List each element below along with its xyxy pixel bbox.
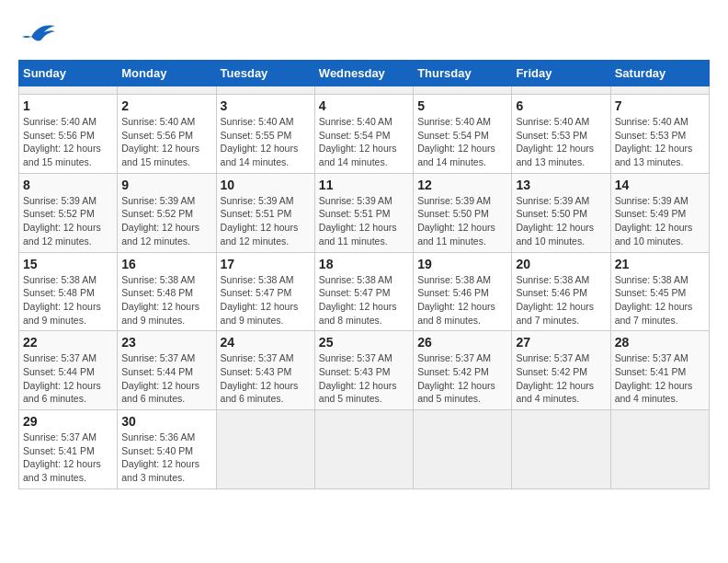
day-info: Sunrise: 5:37 AMSunset: 5:44 PMDaylight:…	[121, 351, 211, 406]
day-info: Sunrise: 5:39 AMSunset: 5:50 PMDaylight:…	[417, 194, 507, 248]
day-number: 16	[121, 257, 211, 271]
calendar-header-saturday: Saturday	[610, 61, 709, 86]
calendar-week-row: 8Sunrise: 5:39 AMSunset: 5:52 PMDaylight…	[19, 173, 710, 252]
calendar-cell: 2Sunrise: 5:40 AMSunset: 5:56 PMDaylight…	[118, 95, 216, 174]
calendar-cell: 1Sunrise: 5:40 AMSunset: 5:56 PMDaylight…	[19, 95, 118, 174]
day-info: Sunrise: 5:39 AMSunset: 5:49 PMDaylight:…	[615, 194, 705, 248]
calendar-cell	[414, 86, 512, 95]
day-info: Sunrise: 5:38 AMSunset: 5:45 PMDaylight:…	[615, 273, 705, 327]
calendar-cell	[118, 86, 216, 95]
bird-icon	[22, 18, 55, 51]
day-number: 12	[417, 178, 507, 192]
calendar-cell: 17Sunrise: 5:38 AMSunset: 5:47 PMDayligh…	[216, 252, 314, 331]
calendar-cell: 11Sunrise: 5:39 AMSunset: 5:51 PMDayligh…	[314, 173, 413, 252]
calendar-header-tuesday: Tuesday	[216, 61, 314, 86]
calendar-cell	[512, 86, 610, 95]
calendar-cell: 8Sunrise: 5:39 AMSunset: 5:52 PMDaylight…	[19, 173, 118, 252]
calendar-header-wednesday: Wednesday	[314, 61, 413, 86]
day-info: Sunrise: 5:37 AMSunset: 5:41 PMDaylight:…	[615, 351, 705, 406]
calendar-cell: 15Sunrise: 5:38 AMSunset: 5:48 PMDayligh…	[19, 252, 118, 331]
calendar-cell: 5Sunrise: 5:40 AMSunset: 5:54 PMDaylight…	[414, 95, 512, 174]
day-number: 11	[319, 178, 409, 192]
calendar-cell: 3Sunrise: 5:40 AMSunset: 5:55 PMDaylight…	[216, 95, 314, 174]
page-header	[18, 18, 710, 51]
calendar-cell: 6Sunrise: 5:40 AMSunset: 5:53 PMDaylight…	[512, 95, 610, 174]
day-number: 2	[121, 98, 211, 113]
day-number: 26	[417, 335, 507, 350]
calendar-cell: 24Sunrise: 5:37 AMSunset: 5:43 PMDayligh…	[216, 331, 314, 410]
day-number: 10	[221, 178, 311, 192]
calendar-cell: 12Sunrise: 5:39 AMSunset: 5:50 PMDayligh…	[414, 173, 512, 252]
calendar-cell: 22Sunrise: 5:37 AMSunset: 5:44 PMDayligh…	[19, 331, 118, 410]
day-info: Sunrise: 5:38 AMSunset: 5:47 PMDaylight:…	[221, 273, 311, 327]
day-info: Sunrise: 5:36 AMSunset: 5:40 PMDaylight:…	[121, 431, 211, 485]
day-info: Sunrise: 5:39 AMSunset: 5:50 PMDaylight:…	[516, 194, 606, 248]
day-number: 28	[615, 335, 705, 350]
calendar-cell: 21Sunrise: 5:38 AMSunset: 5:45 PMDayligh…	[610, 252, 709, 331]
day-info: Sunrise: 5:37 AMSunset: 5:43 PMDaylight:…	[319, 351, 409, 406]
calendar-header-sunday: Sunday	[19, 61, 118, 86]
calendar-cell: 30Sunrise: 5:36 AMSunset: 5:40 PMDayligh…	[118, 410, 216, 489]
calendar-cell: 28Sunrise: 5:37 AMSunset: 5:41 PMDayligh…	[610, 331, 709, 410]
calendar-cell: 10Sunrise: 5:39 AMSunset: 5:51 PMDayligh…	[216, 173, 314, 252]
day-info: Sunrise: 5:39 AMSunset: 5:51 PMDaylight:…	[319, 194, 409, 248]
logo	[18, 18, 55, 51]
day-number: 29	[23, 414, 113, 429]
calendar-header-monday: Monday	[118, 61, 216, 86]
day-info: Sunrise: 5:40 AMSunset: 5:56 PMDaylight:…	[23, 115, 113, 169]
calendar-cell: 25Sunrise: 5:37 AMSunset: 5:43 PMDayligh…	[314, 331, 413, 410]
calendar-cell: 16Sunrise: 5:38 AMSunset: 5:48 PMDayligh…	[118, 252, 216, 331]
calendar-cell	[512, 410, 610, 489]
calendar-cell: 23Sunrise: 5:37 AMSunset: 5:44 PMDayligh…	[118, 331, 216, 410]
day-number: 1	[23, 98, 113, 113]
day-number: 21	[615, 257, 705, 271]
day-number: 14	[615, 178, 705, 192]
calendar-header-row: SundayMondayTuesdayWednesdayThursdayFrid…	[19, 61, 710, 86]
day-info: Sunrise: 5:37 AMSunset: 5:41 PMDaylight:…	[23, 431, 113, 485]
day-info: Sunrise: 5:38 AMSunset: 5:46 PMDaylight:…	[417, 273, 507, 327]
day-number: 23	[121, 335, 211, 350]
day-number: 19	[417, 257, 507, 271]
calendar-week-row: 29Sunrise: 5:37 AMSunset: 5:41 PMDayligh…	[19, 410, 710, 489]
calendar-cell: 26Sunrise: 5:37 AMSunset: 5:42 PMDayligh…	[414, 331, 512, 410]
day-info: Sunrise: 5:40 AMSunset: 5:53 PMDaylight:…	[516, 115, 606, 169]
day-number: 8	[23, 178, 113, 192]
calendar-cell: 13Sunrise: 5:39 AMSunset: 5:50 PMDayligh…	[512, 173, 610, 252]
day-number: 5	[417, 98, 507, 113]
calendar-cell: 4Sunrise: 5:40 AMSunset: 5:54 PMDaylight…	[314, 95, 413, 174]
calendar-cell: 7Sunrise: 5:40 AMSunset: 5:53 PMDaylight…	[610, 95, 709, 174]
calendar-week-row: 22Sunrise: 5:37 AMSunset: 5:44 PMDayligh…	[19, 331, 710, 410]
day-info: Sunrise: 5:40 AMSunset: 5:56 PMDaylight:…	[121, 115, 211, 169]
calendar-week-row	[19, 86, 710, 95]
day-number: 13	[516, 178, 606, 192]
calendar-cell: 19Sunrise: 5:38 AMSunset: 5:46 PMDayligh…	[414, 252, 512, 331]
day-info: Sunrise: 5:38 AMSunset: 5:48 PMDaylight:…	[121, 273, 211, 327]
day-number: 25	[319, 335, 409, 350]
day-number: 15	[23, 257, 113, 271]
calendar-cell: 18Sunrise: 5:38 AMSunset: 5:47 PMDayligh…	[314, 252, 413, 331]
day-info: Sunrise: 5:40 AMSunset: 5:53 PMDaylight:…	[615, 115, 705, 169]
day-number: 3	[221, 98, 311, 113]
day-number: 4	[319, 98, 409, 113]
day-info: Sunrise: 5:37 AMSunset: 5:42 PMDaylight:…	[417, 351, 507, 406]
calendar-week-row: 15Sunrise: 5:38 AMSunset: 5:48 PMDayligh…	[19, 252, 710, 331]
calendar-cell	[414, 410, 512, 489]
day-number: 20	[516, 257, 606, 271]
calendar-cell	[314, 410, 413, 489]
calendar-cell	[19, 86, 118, 95]
day-number: 6	[516, 98, 606, 113]
day-number: 9	[121, 178, 211, 192]
calendar-table: SundayMondayTuesdayWednesdayThursdayFrid…	[18, 60, 710, 489]
calendar-header-friday: Friday	[512, 61, 610, 86]
day-info: Sunrise: 5:40 AMSunset: 5:54 PMDaylight:…	[319, 115, 409, 169]
calendar-cell	[216, 410, 314, 489]
day-number: 17	[221, 257, 311, 271]
day-number: 22	[23, 335, 113, 350]
day-info: Sunrise: 5:37 AMSunset: 5:43 PMDaylight:…	[221, 351, 311, 406]
calendar-cell: 27Sunrise: 5:37 AMSunset: 5:42 PMDayligh…	[512, 331, 610, 410]
day-info: Sunrise: 5:38 AMSunset: 5:47 PMDaylight:…	[319, 273, 409, 327]
calendar-cell: 9Sunrise: 5:39 AMSunset: 5:52 PMDaylight…	[118, 173, 216, 252]
day-info: Sunrise: 5:40 AMSunset: 5:54 PMDaylight:…	[417, 115, 507, 169]
calendar-cell: 14Sunrise: 5:39 AMSunset: 5:49 PMDayligh…	[610, 173, 709, 252]
day-number: 27	[516, 335, 606, 350]
